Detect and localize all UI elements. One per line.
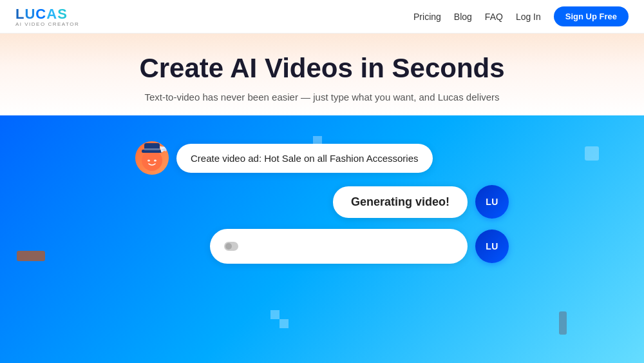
nav-pricing[interactable]: Pricing <box>413 12 441 22</box>
ai-generating-bubble: Generating video! <box>333 186 468 218</box>
ai-avatar-label: LU <box>486 197 498 207</box>
header: LUCAS AI Video Creator Pricing Blog FAQ … <box>0 0 644 34</box>
input-row: LU <box>135 229 509 264</box>
nav-blog[interactable]: Blog <box>454 12 472 22</box>
svg-point-0 <box>142 150 162 171</box>
deco-rect-bottom-right <box>559 311 567 335</box>
ai-avatar: LU <box>475 185 509 219</box>
deco-rect-left <box>17 251 45 261</box>
user-message-row: Create video ad: Hot Sale on all Fashion… <box>135 141 509 175</box>
user-avatar-svg <box>135 141 169 175</box>
chat-input-bubble[interactable] <box>210 229 468 264</box>
chat-container: Create video ad: Hot Sale on all Fashion… <box>135 141 509 264</box>
nav-login[interactable]: Log In <box>516 12 541 22</box>
signup-button[interactable]: Sign Up Free <box>554 6 629 26</box>
main-nav: Pricing Blog FAQ Log In Sign Up Free <box>413 6 629 26</box>
svg-rect-5 <box>144 148 160 150</box>
hero-subtitle: Text-to-video has never been easier — ju… <box>0 92 644 103</box>
hero-title: Create AI Videos in Seconds <box>0 53 644 84</box>
demo-area: Create video ad: Hot Sale on all Fashion… <box>0 115 644 363</box>
svg-point-1 <box>147 160 150 162</box>
ai-avatar-label-2: LU <box>486 241 498 251</box>
user-avatar <box>135 141 169 175</box>
logo: LUCAS AI Video Creator <box>15 6 79 27</box>
svg-point-2 <box>154 160 156 162</box>
deco-rect-right <box>585 146 599 161</box>
logo-subtitle: AI Video Creator <box>15 21 79 27</box>
svg-rect-4 <box>144 143 160 152</box>
nav-faq[interactable]: FAQ <box>485 12 503 22</box>
logo-text: LUCAS <box>15 6 79 23</box>
svg-marker-6 <box>160 144 169 153</box>
user-message-bubble: Create video ad: Hot Sale on all Fashion… <box>176 144 433 173</box>
loading-icon <box>224 242 238 251</box>
ai-avatar-2: LU <box>475 230 509 263</box>
hero-section: Create AI Videos in Seconds Text-to-vide… <box>0 34 644 115</box>
deco-checker-bottom <box>270 310 289 328</box>
ai-response-row: Generating video! LU <box>135 185 509 219</box>
